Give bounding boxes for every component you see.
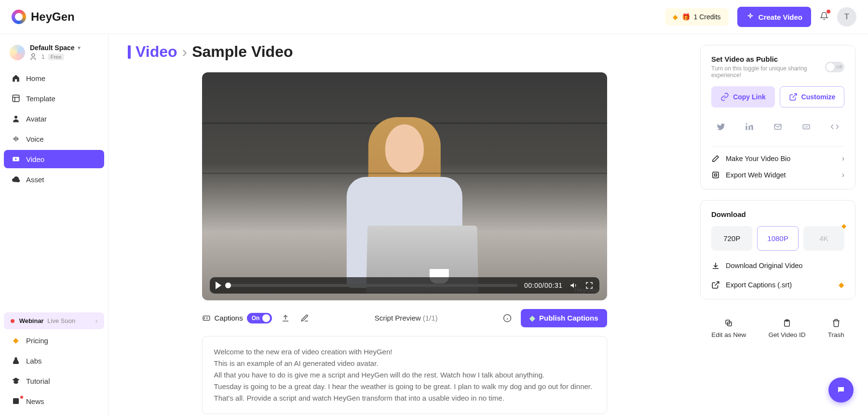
download-panel: Download 720P 1080P 4K ◆ Download Origin… — [700, 200, 855, 299]
link-icon — [720, 93, 729, 101]
list-item-label: Make Your Video Bio — [726, 155, 790, 162]
action-label: Get Video ID — [768, 331, 805, 338]
avatar-preview — [311, 113, 497, 300]
chevron-right-icon: › — [182, 43, 188, 61]
chevron-down-icon: ▾ — [78, 44, 81, 51]
user-avatar[interactable]: T — [837, 7, 856, 27]
public-toggle[interactable]: Off — [825, 62, 844, 72]
sidebar-item-video[interactable]: Video — [4, 150, 104, 168]
linkedin-icon[interactable] — [740, 117, 759, 136]
captions-label: Captions — [215, 314, 243, 322]
play-button[interactable] — [216, 282, 221, 289]
download-original-button[interactable]: Download Original Video — [711, 261, 844, 270]
sidebar-item-label: Asset — [26, 175, 44, 184]
fullscreen-icon[interactable] — [585, 281, 594, 290]
workspace-selector[interactable]: Default Space ▾ 1 Free — [4, 41, 104, 69]
webinar-label: Webinar — [19, 317, 44, 324]
svg-point-2 — [14, 116, 17, 119]
gem-icon: ◆ — [529, 314, 535, 323]
workspace-members: 1 — [41, 54, 45, 60]
player-controls: 00:00/00:31 — [210, 277, 599, 294]
breadcrumb-root[interactable]: Video — [136, 43, 177, 61]
edit-as-new-button[interactable]: Edit as New — [711, 319, 746, 338]
sidebar-item-voice[interactable]: Voice — [4, 130, 104, 148]
logo-icon — [12, 10, 26, 24]
email-icon[interactable] — [768, 117, 787, 136]
logo[interactable]: HeyGen — [12, 10, 75, 24]
trash-button[interactable]: Trash — [828, 319, 844, 338]
customize-button[interactable]: Customize — [780, 86, 844, 108]
list-item-label: Export Web Widget — [726, 171, 786, 179]
svg-rect-12 — [713, 172, 719, 178]
get-video-id-button[interactable]: Get Video ID — [768, 319, 805, 338]
sidebar-item-label: Voice — [26, 135, 44, 143]
embed-icon[interactable] — [825, 117, 844, 136]
trash-icon — [832, 319, 841, 327]
gif-icon[interactable]: GIF — [797, 117, 816, 136]
sidebar-item-news[interactable]: News — [4, 392, 104, 410]
app-header: HeyGen ◆ 🎁 1 Credits Create Video T — [0, 0, 868, 34]
edit-captions-button[interactable] — [299, 312, 311, 324]
webinar-banner[interactable]: Webinar Live Soon › — [4, 312, 104, 329]
seek-bar[interactable] — [228, 284, 518, 287]
chevron-right-icon: › — [95, 317, 97, 324]
sidebar-item-template[interactable]: Template — [4, 89, 104, 108]
svg-rect-4 — [13, 398, 19, 404]
customize-label: Customize — [801, 93, 836, 101]
badge-dot — [20, 396, 23, 399]
diamond-icon: ◆ — [673, 13, 678, 21]
newspaper-icon — [12, 397, 20, 405]
create-video-button[interactable]: Create Video — [737, 7, 811, 27]
notifications-button[interactable] — [820, 12, 828, 22]
copy-link-button[interactable]: Copy Link — [711, 86, 775, 108]
volume-icon[interactable] — [570, 281, 578, 290]
sidebar-item-label: Template — [26, 94, 55, 103]
script-count: (1/1) — [423, 314, 438, 322]
sidebar-item-asset[interactable]: Asset — [4, 170, 104, 188]
external-icon — [789, 93, 798, 101]
sparkle-icon — [746, 13, 755, 21]
resolution-1080p[interactable]: 1080P — [757, 226, 798, 251]
chat-icon — [837, 386, 845, 394]
sidebar-item-label: Pricing — [26, 336, 48, 345]
export-captions-button[interactable]: Export Captions (.srt) ◆ — [711, 281, 844, 289]
home-icon — [12, 74, 20, 82]
person-icon — [12, 114, 20, 123]
workspace-name: Default Space — [30, 44, 75, 52]
premium-badge-icon: ◆ — [839, 281, 844, 289]
flask-icon — [12, 356, 20, 365]
notification-dot — [827, 10, 830, 13]
resolution-4k[interactable]: 4K — [803, 226, 844, 251]
action-label: Trash — [828, 331, 844, 338]
edit-icon — [711, 154, 720, 163]
export-web-widget-button[interactable]: Export Web Widget › — [711, 163, 844, 179]
sidebar-item-label: News — [26, 397, 44, 405]
page-title: Sample Video — [192, 43, 293, 61]
sidebar-item-labs[interactable]: Labs — [4, 351, 104, 370]
workspace-icon — [10, 45, 25, 60]
cc-icon — [202, 314, 211, 323]
sidebar-item-tutorial[interactable]: Tutorial — [4, 372, 104, 390]
action-label: Edit as New — [711, 331, 746, 338]
twitter-icon[interactable] — [711, 117, 731, 136]
video-player[interactable]: HeyGen 00:00/00:31 — [202, 72, 607, 300]
chevron-right-icon: › — [842, 171, 844, 179]
publish-captions-button[interactable]: ◆ Publish Captions — [521, 309, 607, 327]
make-video-bio-button[interactable]: Make Your Video Bio › — [711, 147, 844, 163]
upload-captions-button[interactable] — [280, 312, 291, 324]
sidebar-item-avatar[interactable]: Avatar — [4, 109, 104, 128]
resolution-720p[interactable]: 720P — [711, 226, 752, 251]
clipboard-icon — [783, 319, 791, 327]
set-public-title: Set Video as Public — [711, 55, 825, 63]
captions-toggle[interactable]: On — [247, 313, 272, 323]
sidebar-item-home[interactable]: Home — [4, 69, 104, 87]
copy-icon — [724, 319, 733, 327]
chat-fab-button[interactable] — [828, 377, 854, 403]
sidebar-item-label: Tutorial — [26, 377, 50, 385]
credits-pill[interactable]: ◆ 🎁 1 Credits — [665, 8, 729, 26]
widget-icon — [711, 171, 720, 179]
sidebar-item-pricing[interactable]: ◆ Pricing — [4, 331, 104, 350]
info-button[interactable] — [502, 312, 513, 324]
accent-bar — [128, 45, 131, 59]
publish-label: Publish Captions — [539, 314, 598, 322]
